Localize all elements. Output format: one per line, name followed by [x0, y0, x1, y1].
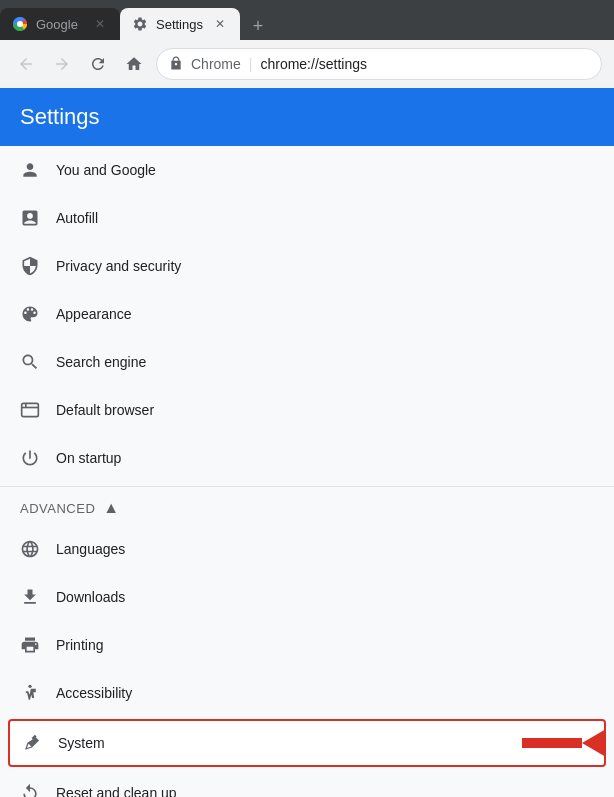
- settings-header: Settings: [0, 88, 614, 146]
- svg-rect-2: [22, 403, 39, 416]
- reset-icon: [20, 783, 40, 797]
- person-icon: [20, 160, 40, 180]
- privacy-security-label: Privacy and security: [56, 258, 594, 274]
- wrench-icon: [22, 733, 42, 753]
- new-tab-button[interactable]: +: [244, 12, 272, 40]
- settings-tab[interactable]: Settings ✕: [120, 8, 240, 40]
- forward-button[interactable]: [48, 50, 76, 78]
- search-icon: [20, 352, 40, 372]
- advanced-label: Advanced: [20, 501, 95, 516]
- back-button[interactable]: [12, 50, 40, 78]
- address-bar-row: Chrome | chrome://settings: [0, 40, 614, 88]
- address-separator: |: [249, 56, 253, 72]
- default-browser-label: Default browser: [56, 402, 594, 418]
- home-button[interactable]: [120, 50, 148, 78]
- lock-icon: [169, 56, 183, 73]
- globe-icon: [20, 539, 40, 559]
- nav-accessibility[interactable]: Accessibility: [0, 669, 614, 717]
- nav-printing[interactable]: Printing: [0, 621, 614, 669]
- system-label: System: [58, 735, 592, 751]
- red-arrow-shaft: [522, 738, 582, 748]
- nav-downloads[interactable]: Downloads: [0, 573, 614, 621]
- svg-point-5: [28, 685, 31, 688]
- address-url: chrome://settings: [260, 56, 367, 72]
- nav-reset-clean[interactable]: Reset and clean up: [0, 769, 614, 797]
- nav-appearance[interactable]: Appearance: [0, 290, 614, 338]
- reload-button[interactable]: [84, 50, 112, 78]
- address-site: Chrome: [191, 56, 241, 72]
- address-bar[interactable]: Chrome | chrome://settings: [156, 48, 602, 80]
- browser-icon: [20, 400, 40, 420]
- nav-privacy-security[interactable]: Privacy and security: [0, 242, 614, 290]
- downloads-label: Downloads: [56, 589, 594, 605]
- on-startup-label: On startup: [56, 450, 594, 466]
- print-icon: [20, 635, 40, 655]
- nav-system-wrapper: System: [0, 719, 614, 767]
- settings-tab-close[interactable]: ✕: [212, 16, 228, 32]
- shield-icon: [20, 256, 40, 276]
- download-icon: [20, 587, 40, 607]
- printing-label: Printing: [56, 637, 594, 653]
- accessibility-icon: [20, 683, 40, 703]
- google-tab[interactable]: Google ✕: [0, 8, 120, 40]
- tab-bar: Google ✕ Settings ✕ +: [0, 0, 614, 40]
- search-engine-label: Search engine: [56, 354, 594, 370]
- reset-clean-label: Reset and clean up: [56, 785, 594, 797]
- google-tab-close[interactable]: ✕: [92, 16, 108, 32]
- advanced-arrow-icon: ▲: [103, 499, 119, 517]
- red-arrow-indicator: [522, 729, 606, 757]
- autofill-label: Autofill: [56, 210, 594, 226]
- browser-chrome: Google ✕ Settings ✕ +: [0, 0, 614, 88]
- red-arrow-head: [582, 729, 606, 757]
- settings-body: You and Google Autofill Privacy and secu…: [0, 146, 614, 797]
- power-icon: [20, 448, 40, 468]
- autofill-icon: [20, 208, 40, 228]
- section-divider-1: [0, 486, 614, 487]
- languages-label: Languages: [56, 541, 594, 557]
- google-tab-title: Google: [36, 17, 84, 32]
- settings-favicon: [132, 16, 148, 32]
- svg-point-1: [17, 21, 23, 27]
- nav-languages[interactable]: Languages: [0, 525, 614, 573]
- nav-search-engine[interactable]: Search engine: [0, 338, 614, 386]
- advanced-section-header[interactable]: Advanced ▲: [0, 491, 614, 525]
- nav-autofill[interactable]: Autofill: [0, 194, 614, 242]
- settings-title: Settings: [20, 104, 594, 130]
- nav-system[interactable]: System: [8, 719, 606, 767]
- appearance-label: Appearance: [56, 306, 594, 322]
- nav-you-and-google[interactable]: You and Google: [0, 146, 614, 194]
- accessibility-label: Accessibility: [56, 685, 594, 701]
- nav-default-browser[interactable]: Default browser: [0, 386, 614, 434]
- nav-on-startup[interactable]: On startup: [0, 434, 614, 482]
- you-and-google-label: You and Google: [56, 162, 594, 178]
- settings-tab-title: Settings: [156, 17, 204, 32]
- google-favicon: [12, 16, 28, 32]
- palette-icon: [20, 304, 40, 324]
